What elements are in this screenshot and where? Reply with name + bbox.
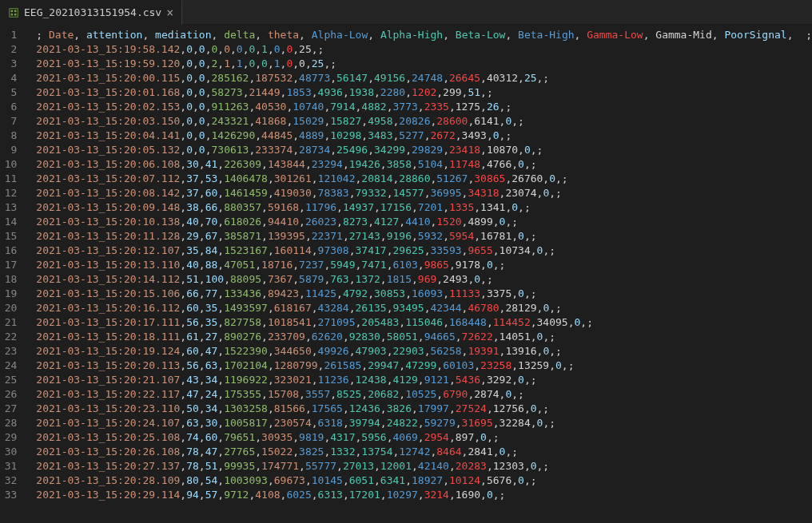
code-line[interactable]: 2021-03-13_15:20:10.138,40,70,618026,944… [36,215,812,229]
line-number: 12 [0,186,17,200]
line-number: 15 [0,229,17,244]
line-number: 20 [0,301,17,315]
code-line[interactable]: 2021-03-13_15:20:23.110,50,34,1303258,81… [36,402,812,416]
code-line[interactable]: 2021-03-13_15:20:28.109,80,54,1003093,69… [36,473,812,488]
line-number-gutter: 1234567891011121314151617181920212223242… [0,28,30,502]
code-line[interactable]: 2021-03-13_15:20:21.107,43,34,1196922,32… [36,373,812,387]
line-number: 6 [0,100,17,114]
code-line[interactable]: 2021-03-13_15:20:00.115,0,0,285162,18753… [36,71,812,85]
tab-bar: EEG_20210313151954.csv × [0,0,812,25]
csv-file-icon [8,7,19,18]
code-line[interactable]: 2021-03-13_15:20:07.112,37,53,1406478,30… [36,172,812,186]
line-number: 10 [0,157,17,172]
line-number: 1 [0,28,17,42]
line-number: 19 [0,287,17,301]
code-line[interactable]: 2021-03-13_15:20:20.113,56,63,1702104,12… [36,359,812,373]
code-line[interactable]: 2021-03-13_15:20:29.114,94,57,9712,4108,… [36,488,812,502]
code-line[interactable]: 2021-03-13_15:20:11.128,29,67,385871,139… [36,229,812,244]
code-line[interactable]: 2021-03-13_15:20:13.110,40,88,47051,1871… [36,258,812,272]
code-line[interactable]: 2021-03-13_15:20:02.153,0,0,911263,40530… [36,100,812,114]
code-line[interactable]: 2021-03-13_15:20:25.108,74,60,79651,3093… [36,430,812,445]
svg-rect-0 [10,8,18,17]
line-number: 30 [0,445,17,459]
line-number: 22 [0,330,17,344]
line-number: 18 [0,272,17,287]
code-line[interactable]: ; Date, attention, mediation, delta, the… [36,28,812,42]
code-line[interactable]: 2021-03-13_15:20:18.111,61,27,890276,233… [36,330,812,344]
svg-rect-1 [11,10,14,12]
code-line[interactable]: 2021-03-13_15:20:24.107,63,30,1005817,23… [36,416,812,430]
code-line[interactable]: 2021-03-13_15:20:19.124,60,47,1522390,34… [36,344,812,359]
svg-rect-2 [14,10,17,12]
line-number: 4 [0,71,17,85]
line-number: 2 [0,42,17,57]
line-number: 24 [0,359,17,373]
code-line[interactable]: 2021-03-13_15:20:12.107,35,84,1523167,16… [36,244,812,258]
code-line[interactable]: 2021-03-13_15:20:01.168,0,0,58273,21449,… [36,85,812,100]
line-number: 29 [0,430,17,445]
line-number: 8 [0,129,17,143]
line-number: 31 [0,459,17,473]
code-line[interactable]: 2021-03-13_15:20:04.141,0,0,1426290,4484… [36,129,812,143]
code-line[interactable]: 2021-03-13_15:20:26.108,78,47,27765,1502… [36,445,812,459]
line-number: 32 [0,473,17,488]
code-line[interactable]: 2021-03-13_15:19:58.142,0,0,0,0,0,0,1,0,… [36,42,812,57]
editor[interactable]: 1234567891011121314151617181920212223242… [0,25,812,523]
svg-rect-3 [11,13,14,15]
code-line[interactable]: 2021-03-13_15:20:09.148,38,66,880357,591… [36,200,812,215]
code-line[interactable]: 2021-03-13_15:20:27.137,78,51,99935,1747… [36,459,812,473]
line-number: 11 [0,172,17,186]
code-line[interactable]: 2021-03-13_15:20:08.142,37,60,1461459,41… [36,186,812,200]
code-line[interactable]: 2021-03-13_15:20:17.111,56,35,827758,101… [36,315,812,330]
line-number: 21 [0,315,17,330]
line-number: 33 [0,488,17,502]
line-number: 9 [0,143,17,157]
line-number: 26 [0,387,17,402]
code-area[interactable]: ; Date, attention, mediation, delta, the… [30,28,812,502]
line-number: 5 [0,85,17,100]
line-number: 28 [0,416,17,430]
file-tab[interactable]: EEG_20210313151954.csv × [0,0,182,25]
line-number: 7 [0,114,17,129]
line-number: 3 [0,57,17,71]
code-line[interactable]: 2021-03-13_15:20:05.132,0,0,730613,23337… [36,143,812,157]
line-number: 27 [0,402,17,416]
code-line[interactable]: 2021-03-13_15:20:16.112,60,35,1493597,61… [36,301,812,315]
line-number: 13 [0,200,17,215]
code-line[interactable]: 2021-03-13_15:20:14.112,51,100,88095,736… [36,272,812,287]
code-line[interactable]: 2021-03-13_15:20:15.106,66,77,133436,894… [36,287,812,301]
line-number: 16 [0,244,17,258]
code-line[interactable]: 2021-03-13_15:20:06.108,30,41,226309,143… [36,157,812,172]
line-number: 23 [0,344,17,359]
line-number: 25 [0,373,17,387]
code-line[interactable]: 2021-03-13_15:20:22.117,47,24,175355,157… [36,387,812,402]
code-line[interactable]: 2021-03-13_15:20:03.150,0,0,243321,41868… [36,114,812,129]
line-number: 17 [0,258,17,272]
tab-title: EEG_20210313151954.csv [24,6,161,20]
svg-rect-4 [14,13,17,15]
code-line[interactable]: 2021-03-13_15:19:59.120,0,0,2,1,1,0,0,1,… [36,57,812,71]
line-number: 14 [0,215,17,229]
